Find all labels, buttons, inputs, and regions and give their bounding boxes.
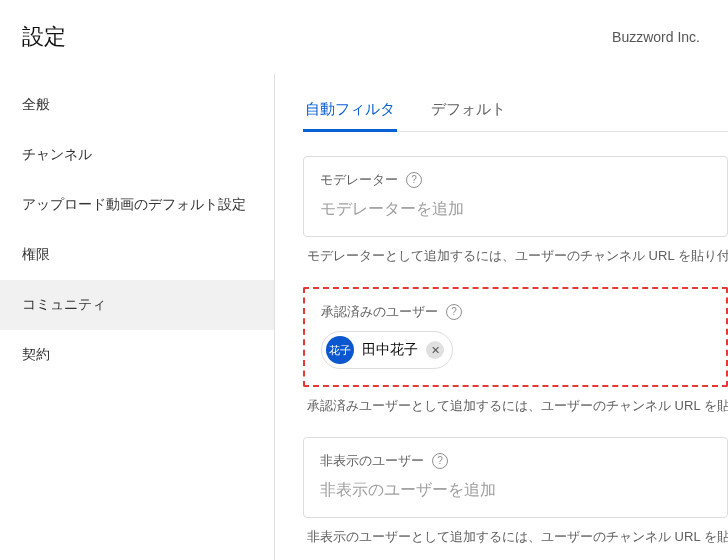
sidebar-item-channel[interactable]: チャンネル <box>0 130 274 180</box>
approved-label-row: 承認済みのユーザー ? <box>321 303 710 321</box>
help-icon[interactable]: ? <box>432 453 448 469</box>
approved-users-card: 承認済みのユーザー ? 花子 田中花子 ✕ <box>303 287 728 387</box>
moderator-hint: モデレーターとして追加するには、ユーザーのチャンネル URL を貼り付けます <box>307 247 728 265</box>
page-title: 設定 <box>22 22 66 52</box>
header: 設定 Buzzword Inc. <box>0 0 728 74</box>
main: 全般 チャンネル アップロード動画のデフォルト設定 権限 コミュニティ 契約 自… <box>0 74 728 560</box>
approved-label: 承認済みのユーザー <box>321 303 438 321</box>
sidebar: 全般 チャンネル アップロード動画のデフォルト設定 権限 コミュニティ 契約 <box>0 74 275 560</box>
sidebar-item-upload-defaults[interactable]: アップロード動画のデフォルト設定 <box>0 180 274 230</box>
sidebar-item-general[interactable]: 全般 <box>0 80 274 130</box>
help-icon[interactable]: ? <box>446 304 462 320</box>
hidden-label: 非表示のユーザー <box>320 452 424 470</box>
sidebar-item-permissions[interactable]: 権限 <box>0 230 274 280</box>
approved-chip-row: 花子 田中花子 ✕ <box>321 331 710 369</box>
close-icon[interactable]: ✕ <box>426 341 444 359</box>
approved-hint: 承認済みユーザーとして追加するには、ユーザーのチャンネル URL を貼り付けます <box>307 397 728 415</box>
hidden-input[interactable]: 非表示のユーザーを追加 <box>320 480 711 501</box>
sidebar-item-community[interactable]: コミュニティ <box>0 280 274 330</box>
hidden-label-row: 非表示のユーザー ? <box>320 452 711 470</box>
avatar: 花子 <box>326 336 354 364</box>
sidebar-item-contract[interactable]: 契約 <box>0 330 274 380</box>
moderator-label-row: モデレーター ? <box>320 171 711 189</box>
help-icon[interactable]: ? <box>406 172 422 188</box>
tab-default[interactable]: デフォルト <box>429 94 508 131</box>
brand-name: Buzzword Inc. <box>612 29 700 45</box>
user-chip[interactable]: 花子 田中花子 ✕ <box>321 331 453 369</box>
hidden-hint: 非表示のユーザーとして追加するには、ユーザーのチャンネル URL を貼り付けます <box>307 528 728 546</box>
moderator-input[interactable]: モデレーターを追加 <box>320 199 711 220</box>
moderator-card: モデレーター ? モデレーターを追加 <box>303 156 728 237</box>
moderator-label: モデレーター <box>320 171 398 189</box>
content-panel: 自動フィルタ デフォルト モデレーター ? モデレーターを追加 モデレーターとし… <box>275 74 728 560</box>
hidden-users-card: 非表示のユーザー ? 非表示のユーザーを追加 <box>303 437 728 518</box>
tabs: 自動フィルタ デフォルト <box>303 94 728 132</box>
user-chip-name: 田中花子 <box>362 341 418 359</box>
tab-auto-filter[interactable]: 自動フィルタ <box>303 94 397 131</box>
